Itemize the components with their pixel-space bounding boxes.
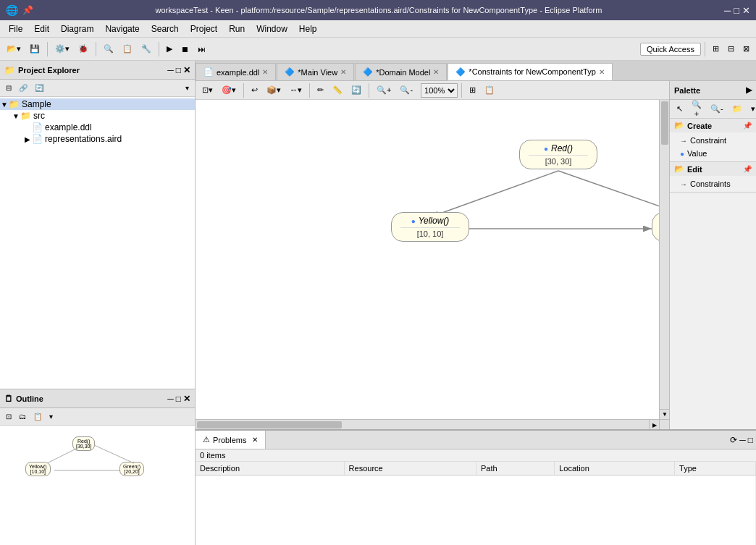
palette-tb-settings[interactable]: ▾: [747, 102, 756, 116]
v-scrollbar-thumb[interactable]: [661, 101, 668, 145]
menu-item-diagram[interactable]: Diagram: [55, 22, 99, 35]
problems-col-1[interactable]: Resource: [344, 462, 476, 476]
toolbar-misc-1[interactable]: 🔍: [100, 42, 117, 56]
menu-item-window[interactable]: Window: [251, 22, 293, 35]
tab-close-2[interactable]: ✕: [433, 68, 439, 76]
tree-item-0[interactable]: ▼ 📁 Sample: [0, 98, 195, 110]
diagram-tb-8[interactable]: 🔄: [348, 83, 365, 97]
palette-section-header-0[interactable]: 📂 Create 📌: [670, 119, 756, 132]
menu-item-run[interactable]: Run: [223, 22, 251, 35]
problems-tab[interactable]: ⚠ Problems ✕: [196, 431, 266, 449]
node-red[interactable]: ●Red() [30, 30]: [519, 140, 597, 169]
palette-collapse-button[interactable]: ▶: [746, 85, 752, 95]
diagram-tb-6[interactable]: ✏: [314, 83, 327, 97]
fit-view-button[interactable]: ⊞: [466, 83, 479, 97]
tree-item-1[interactable]: ▼ 📁 src: [0, 110, 195, 122]
diagram-tb-2[interactable]: 🎯▾: [218, 83, 240, 97]
pin-icon[interactable]: 📌: [22, 5, 33, 15]
svg-line-4: [430, 171, 558, 217]
palette-section-pin-0[interactable]: 📌: [743, 122, 752, 130]
palette-item-1-0[interactable]: → Constraints: [670, 177, 756, 190]
toolbar-misc-3[interactable]: 🔧: [138, 42, 155, 56]
minimize-button[interactable]: ─: [724, 5, 731, 16]
problems-col-4[interactable]: Type: [675, 462, 756, 476]
diagram-tb-1[interactable]: ⊡▾: [198, 83, 217, 97]
toolbar-misc-6[interactable]: ⏭: [194, 43, 209, 56]
tree-item-2[interactable]: 📄 example.ddl: [0, 122, 195, 133]
outline-tb-3[interactable]: 📋: [30, 411, 45, 422]
layer-button[interactable]: 📋: [481, 83, 498, 97]
editor-tab-3[interactable]: 🔷 *Constraints for NewComponentTyp ✕: [448, 63, 612, 80]
v-scrollbar[interactable]: ▼: [659, 100, 669, 419]
project-tree[interactable]: ▼ 📁 Sample ▼ 📁 src 📄 example.ddl ▶ 📄 rep…: [0, 97, 195, 389]
new-button[interactable]: 📂▾: [3, 42, 25, 56]
bottom-panel-min[interactable]: ─: [739, 435, 746, 445]
close-button[interactable]: ✕: [742, 5, 750, 16]
bottom-panel-max[interactable]: □: [748, 435, 753, 445]
project-explorer-max[interactable]: □: [176, 65, 181, 75]
toolbar-misc-4[interactable]: ▶: [163, 42, 176, 56]
toolbar-view-2[interactable]: ⊟: [724, 42, 738, 56]
outline-tb-1[interactable]: ⊡: [3, 411, 14, 422]
toolbar-view-3[interactable]: ⊠: [739, 42, 753, 56]
problems-col-0[interactable]: Description: [196, 462, 344, 476]
save-button[interactable]: 💾: [26, 42, 43, 56]
menu-item-file[interactable]: File: [3, 22, 28, 35]
outline-tb-4[interactable]: ▾: [46, 411, 56, 422]
tab-close-1[interactable]: ✕: [340, 68, 346, 76]
h-scrollbar-thumb[interactable]: [197, 421, 342, 428]
debug-button[interactable]: 🐞: [75, 42, 92, 56]
bottom-panel-action[interactable]: ⟳: [730, 435, 737, 445]
menu-item-project[interactable]: Project: [185, 22, 223, 35]
project-explorer-min[interactable]: ─: [167, 65, 174, 75]
diagram-tb-3[interactable]: ↩: [248, 83, 261, 97]
palette-tb-zoom-in[interactable]: 🔍+: [688, 98, 705, 120]
outline-tb-2[interactable]: 🗂: [16, 411, 29, 422]
zoom-in-button[interactable]: 🔍+: [373, 83, 395, 97]
palette-section-pin-1[interactable]: 📌: [743, 165, 752, 173]
tab-close-0[interactable]: ✕: [262, 68, 268, 76]
toolbar-misc-2[interactable]: 📋: [119, 42, 136, 56]
problems-col-2[interactable]: Path: [476, 462, 555, 476]
outline-max[interactable]: □: [176, 394, 181, 404]
tab-close-3[interactable]: ✕: [599, 68, 605, 76]
editor-tab-0[interactable]: 📄 example.ddl ✕: [196, 63, 276, 80]
diagram-view[interactable]: ●Red() [30, 30] ●Yellow() [10, 10] ●Gree…: [196, 100, 669, 429]
toolbar-view-1[interactable]: ⊞: [709, 42, 723, 56]
editor-tab-1[interactable]: 🔷 *Main View ✕: [277, 63, 354, 80]
editor-tab-2[interactable]: 🔷 *Domain Model ✕: [355, 63, 447, 80]
problems-col-3[interactable]: Location: [555, 462, 675, 476]
refresh-button[interactable]: 🔄: [32, 83, 46, 93]
diagram-tb-7[interactable]: 📏: [329, 83, 346, 97]
run-button[interactable]: ⚙️▾: [51, 42, 73, 56]
toolbar-misc-5[interactable]: ⏹: [177, 43, 193, 56]
menu-item-help[interactable]: Help: [293, 22, 323, 35]
menu-item-navigate[interactable]: Navigate: [99, 22, 145, 35]
palette-item-0-1[interactable]: ● Value: [670, 147, 756, 160]
collapse-all-button[interactable]: ⊟: [3, 83, 14, 93]
diagram-tb-5[interactable]: ↔▾: [286, 83, 306, 97]
menu-item-edit[interactable]: Edit: [28, 22, 55, 35]
maximize-button[interactable]: □: [734, 5, 739, 16]
scroll-right-btn[interactable]: ▶: [649, 420, 659, 429]
palette-section-header-1[interactable]: 📂 Edit 📌: [670, 162, 756, 176]
tree-item-3[interactable]: ▶ 📄 representations.aird: [0, 133, 195, 145]
problems-tab-close[interactable]: ✕: [252, 436, 258, 444]
zoom-out-button[interactable]: 🔍-: [396, 83, 416, 97]
h-scrollbar[interactable]: ▶: [196, 419, 659, 429]
view-menu-button[interactable]: ▾: [182, 83, 192, 93]
diagram-tb-4[interactable]: 📦▾: [263, 83, 285, 97]
palette-tb-zoom-out[interactable]: 🔍-: [707, 102, 727, 116]
palette-tb-folder[interactable]: 📁: [728, 102, 746, 116]
outline-min[interactable]: ─: [167, 394, 174, 404]
menu-item-search[interactable]: Search: [146, 22, 185, 35]
outline-close[interactable]: ✕: [183, 394, 190, 404]
quick-access-button[interactable]: Quick Access: [640, 43, 701, 56]
zoom-select[interactable]: 100%: [421, 83, 458, 98]
palette-tb-select[interactable]: ↖: [673, 102, 686, 116]
link-editor-button[interactable]: 🔗: [16, 83, 30, 93]
palette-item-0-0[interactable]: → Constraint: [670, 134, 756, 147]
scroll-down-btn[interactable]: ▼: [660, 409, 669, 419]
project-explorer-close[interactable]: ✕: [183, 65, 190, 75]
node-yellow[interactable]: ●Yellow() [10, 10]: [391, 212, 469, 242]
